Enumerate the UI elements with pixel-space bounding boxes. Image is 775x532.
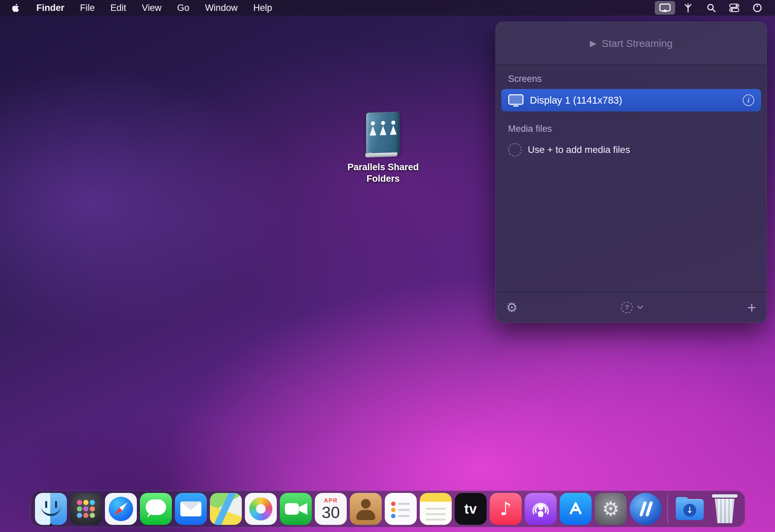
calendar-month-label: APR [324,497,338,504]
screen-mirroring-icon [659,3,671,13]
dock-reminders-icon[interactable] [385,493,417,525]
down-arrow-icon: ↓ [686,506,693,514]
menu-edit[interactable]: Edit [110,3,126,13]
chevron-down-icon [637,305,644,309]
circle-status-icon [753,3,762,13]
info-icon: i [747,97,750,104]
dock-trash-icon[interactable] [709,493,741,525]
display-list-item[interactable]: Display 1 (1141x783) i [501,89,761,111]
dock-podcasts-icon[interactable] [525,493,557,525]
screens-section-label: Screens [508,74,754,84]
display-info-button[interactable]: i [743,94,754,106]
dock: APR 30 tv ♪ ⚙ [31,491,745,527]
tv-logo-text: tv [464,501,477,517]
shared-folders-drive-icon [364,112,402,157]
music-note-icon: ♪ [500,500,511,518]
search-icon [706,3,716,13]
desktop-icon-label: Parallels Shared Folders [344,162,422,185]
menu-bar-status-area [655,1,768,15]
dock-notes-icon[interactable] [420,493,452,525]
searching-devices-icon: ? [621,302,633,313]
spotlight-menu-button[interactable] [701,1,721,15]
dock-appstore-icon[interactable] [560,493,592,525]
person-figure [390,121,397,136]
menu-view[interactable]: View [142,3,162,13]
dock-tv-icon[interactable]: tv [455,493,487,525]
dock-parallels-icon[interactable] [630,493,662,525]
menu-file[interactable]: File [80,3,95,13]
control-center-icon [729,3,739,13]
podcasts-glyph [529,498,552,520]
menu-bar-left: Finder File Edit View Go Window Help [12,3,272,13]
dock-maps-icon[interactable] [210,493,242,525]
streaming-popover: ▶ Start Streaming Screens Display 1 (114… [495,22,767,323]
control-center-menu-button[interactable] [724,1,744,15]
dock-downloads-icon[interactable]: ↓ [674,493,706,525]
circle-status-menu-button[interactable] [747,1,768,15]
trash-lid [712,494,738,498]
dock-calendar-icon[interactable]: APR 30 [315,493,347,525]
calendar-day-label: 30 [322,504,340,521]
finder-running-indicator [50,524,52,526]
device-search-group[interactable]: ? [621,302,644,313]
dock-mail-icon[interactable] [175,493,207,525]
start-streaming-label: Start Streaming [602,38,672,49]
screen-mirroring-menu-button[interactable] [655,1,675,15]
menu-help[interactable]: Help [253,3,272,13]
antenna-icon [683,3,693,13]
dock-facetime-icon[interactable] [280,493,312,525]
media-files-section-label: Media files [508,124,754,134]
dock-system-preferences-icon[interactable]: ⚙ [595,493,627,525]
trash-can [714,499,736,523]
menu-window[interactable]: Window [205,3,238,13]
active-app-name[interactable]: Finder [36,3,65,13]
menu-bar: Finder File Edit View Go Window Help [0,0,775,16]
question-mark: ? [625,304,629,311]
start-streaming-button[interactable]: ▶ Start Streaming [496,22,767,65]
play-icon: ▶ [590,38,596,48]
appstore-glyph [565,498,586,519]
dock-messages-icon[interactable] [140,493,172,525]
antenna-menu-button[interactable] [678,1,698,15]
desktop-icon-parallels-shared-folders[interactable]: Parallels Shared Folders [341,112,426,185]
display-item-label: Display 1 (1141x783) [530,95,737,106]
dock-photos-icon[interactable] [245,493,277,525]
menu-go[interactable]: Go [177,3,190,13]
apple-menu[interactable] [12,3,21,13]
media-files-hint: Use + to add media files [528,144,630,155]
add-media-button[interactable]: + [747,300,756,315]
dock-music-icon[interactable]: ♪ [490,493,522,525]
dock-finder-icon[interactable] [35,493,67,525]
media-files-empty-row[interactable]: Use + to add media files [508,143,754,157]
popover-body: Screens Display 1 (1141x783) i Media fil… [496,65,767,292]
settings-button[interactable]: ⚙ [506,301,518,314]
dock-divider [667,495,668,523]
empty-media-placeholder-icon [508,143,522,157]
person-figure [369,121,377,137]
apple-icon [12,3,21,13]
dock-contacts-icon[interactable] [350,493,382,525]
dock-launchpad-icon[interactable] [70,493,102,525]
person-figure [379,121,387,136]
display-icon [508,94,524,107]
gear-icon: ⚙ [602,499,619,519]
dock-safari-icon[interactable] [105,493,137,525]
download-badge: ↓ [683,504,696,517]
popover-footer: ⚙ ? + [496,292,767,322]
